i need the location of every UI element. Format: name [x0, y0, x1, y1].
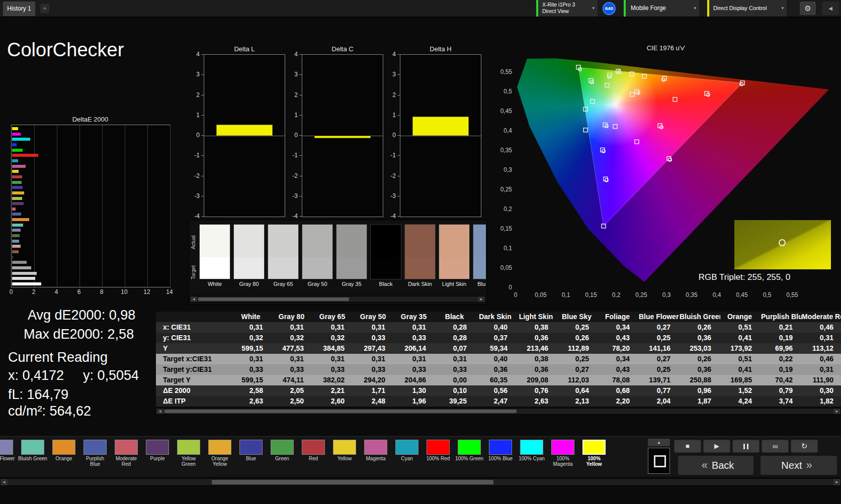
- table-row-y: Y599,15477,53384,85297,43206,140,0759,34…: [156, 343, 841, 354]
- y-tick-label: -1: [287, 152, 298, 159]
- patch-button-blue-flower[interactable]: Blue Flower: [0, 439, 16, 467]
- add-tab-button[interactable]: +: [40, 4, 49, 13]
- table-cell: 599,15: [231, 375, 272, 385]
- patch-button-orange-yellow[interactable]: Orange Yellow: [205, 439, 234, 467]
- patch-button-100-cyan[interactable]: 100% Cyan: [517, 439, 546, 467]
- target-marker: [642, 74, 646, 78]
- table-scrollbar[interactable]: ◄ ►: [156, 408, 841, 415]
- strip-swatch-gray-50: Gray 50: [302, 224, 333, 295]
- patch-button-100-yellow[interactable]: 100% Yellow: [579, 439, 609, 467]
- column-header-dark-skin: Dark Skin: [476, 312, 517, 322]
- patch-label: Orange: [49, 456, 78, 461]
- swatch-actual: [336, 224, 367, 257]
- swatch-label: Black: [370, 281, 401, 287]
- table-cell: 60,35: [476, 375, 517, 385]
- meter-count-badge[interactable]: 640: [603, 2, 616, 15]
- table-cell: 0,96: [680, 385, 720, 396]
- patch-label: Green: [268, 456, 297, 461]
- table-cell: 1,71: [354, 385, 394, 396]
- patch-button-purple[interactable]: Purple: [143, 439, 172, 467]
- patch-label: Blue Flower: [0, 456, 16, 461]
- column-header-light-skin: Light Skin: [517, 312, 557, 322]
- scroll-thumb[interactable]: [164, 410, 517, 413]
- table-cell: 0,33: [394, 364, 435, 375]
- scroll-left-icon[interactable]: ◄: [190, 296, 197, 302]
- table-cell: 0,22: [761, 354, 802, 364]
- table-cell: 0,10: [435, 385, 476, 396]
- patch-button-100-green[interactable]: 100% Green: [455, 439, 484, 467]
- loop-icon[interactable]: ∞: [762, 440, 789, 453]
- patch-button-orange[interactable]: Orange: [49, 439, 78, 467]
- patch-button-moderate-red[interactable]: Moderate Red: [112, 439, 141, 467]
- scroll-right-icon[interactable]: ►: [833, 409, 840, 414]
- collapse-panel-icon[interactable]: ◀: [822, 2, 839, 15]
- table-cell: 0,40: [476, 322, 517, 333]
- table-cell: 0,31: [435, 354, 476, 364]
- scroll-left-icon[interactable]: ◄: [156, 409, 163, 414]
- pause-icon[interactable]: [732, 440, 760, 453]
- scroll-thumb[interactable]: [198, 297, 349, 301]
- table-cell: 2,04: [639, 396, 680, 407]
- scroll-thumb[interactable]: [212, 480, 493, 484]
- main-scrollbar[interactable]: ◄ ►: [0, 478, 841, 486]
- table-cell: 0,32: [313, 333, 354, 343]
- strip-swatch-black: Black: [370, 224, 401, 295]
- swatch-label: Gray 35: [336, 281, 367, 287]
- table-cell: 78,08: [598, 375, 639, 385]
- tab-history-1[interactable]: History 1: [3, 2, 35, 16]
- patch-button-yellow[interactable]: Yellow: [330, 439, 359, 467]
- delta-chart-delta-h: Delta H43210-1-2-3-4: [385, 45, 483, 226]
- scroll-right-icon[interactable]: ►: [833, 479, 840, 485]
- patch-button-bluish-green[interactable]: Bluish Green: [18, 439, 47, 467]
- back-label: Back: [712, 460, 734, 471]
- source-dropdown[interactable]: Mobile Forge ▾: [624, 0, 699, 17]
- table-cell: 3,74: [761, 396, 802, 407]
- patch-button-100-blue[interactable]: 100% Blue: [486, 439, 515, 467]
- table-cell: 0,38: [517, 354, 557, 364]
- results-table: WhiteGray 80Gray 65Gray 50Gray 35BlackDa…: [156, 312, 841, 407]
- cie-y-tick-label: 0,25: [495, 186, 512, 193]
- patch-button-blue[interactable]: Blue: [236, 439, 266, 467]
- strip-scrollbar[interactable]: ◄ ►: [190, 296, 485, 303]
- table-cell: 0,46: [802, 322, 841, 333]
- table-cell: 2,13: [557, 396, 598, 407]
- y-tick-label: -2: [385, 172, 396, 179]
- next-button[interactable]: Next»: [761, 456, 837, 475]
- cie-y-tick-label: 0,05: [495, 264, 512, 271]
- play-icon[interactable]: ▶: [703, 440, 730, 453]
- table-cell: 0,30: [802, 385, 841, 396]
- patch-button-cyan[interactable]: Cyan: [392, 439, 422, 467]
- patch-button-yellow-green[interactable]: Yellow Green: [174, 439, 203, 467]
- delta-chart-delta-l: Delta L43210-1-2-3-4: [189, 45, 287, 226]
- table-cell: 112,03: [557, 375, 598, 385]
- pattern-window-button[interactable]: [648, 448, 670, 474]
- table-cell: 0,31: [313, 354, 354, 364]
- scroll-right-icon[interactable]: ►: [478, 296, 485, 302]
- patch-label: Orange Yellow: [205, 456, 234, 467]
- meter-dropdown[interactable]: X-Rite i1Pro 3 Direct View ▾: [536, 0, 598, 17]
- pattern-dropdown[interactable]: Direct Display Control ▾: [707, 0, 787, 17]
- cie-x-tick-label: 0,35: [684, 291, 699, 298]
- deltae-bar-dark-skin: [12, 250, 19, 253]
- patch-reading-marker: [779, 239, 786, 246]
- expand-up-icon[interactable]: ▲: [648, 439, 670, 446]
- patch-button-magenta[interactable]: Magenta: [361, 439, 390, 467]
- stop-icon[interactable]: ■: [674, 440, 701, 453]
- row-label: ΔE 2000: [156, 385, 231, 396]
- patch-button-100-red[interactable]: 100% Red: [424, 439, 453, 467]
- gear-icon[interactable]: ⚙: [800, 2, 816, 15]
- column-header-moderate-red: Moderate Red: [802, 312, 841, 322]
- table-cell: 0,79: [761, 385, 802, 396]
- scroll-left-icon[interactable]: ◄: [1, 479, 8, 485]
- deltae-bar-foliage: [12, 234, 20, 237]
- patch-button-green[interactable]: Green: [268, 439, 297, 467]
- table-cell: 0,36: [517, 333, 557, 343]
- back-button[interactable]: «Back: [678, 456, 753, 475]
- patch-button-red[interactable]: Red: [299, 439, 328, 467]
- table-cell: 0,77: [639, 385, 680, 396]
- y-tick-label: -4: [189, 213, 200, 220]
- patch-button-100-magenta[interactable]: 100% Magenta: [548, 439, 577, 467]
- refresh-icon[interactable]: ↻: [791, 440, 818, 453]
- zero-line: [400, 136, 481, 136]
- patch-button-purplish-blue[interactable]: Purplish Blue: [80, 439, 110, 467]
